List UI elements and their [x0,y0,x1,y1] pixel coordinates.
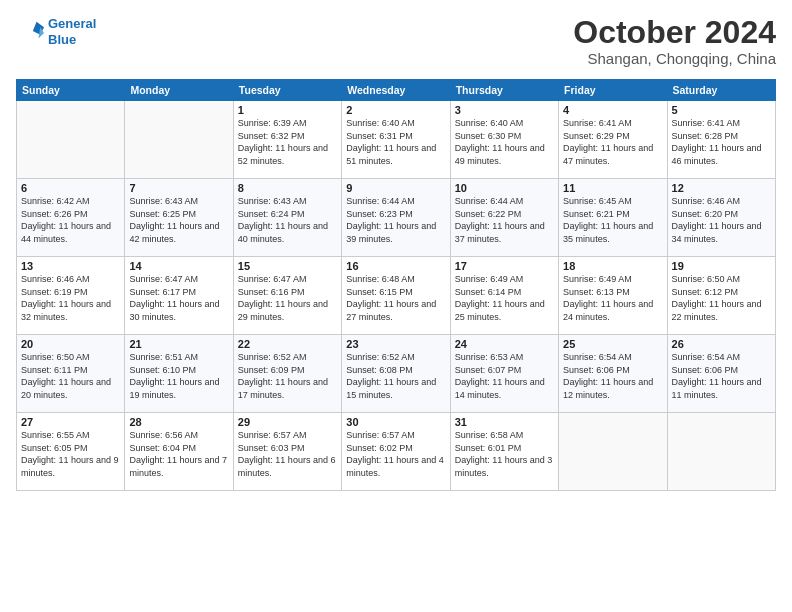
calendar-cell: 26Sunrise: 6:54 AMSunset: 6:06 PMDayligh… [667,335,775,413]
day-number: 23 [346,338,445,350]
calendar-cell: 14Sunrise: 6:47 AMSunset: 6:17 PMDayligh… [125,257,233,335]
day-number: 20 [21,338,120,350]
day-number: 31 [455,416,554,428]
day-info: Sunrise: 6:43 AMSunset: 6:24 PMDaylight:… [238,195,337,245]
calendar-week-row: 6Sunrise: 6:42 AMSunset: 6:26 PMDaylight… [17,179,776,257]
calendar-cell: 28Sunrise: 6:56 AMSunset: 6:04 PMDayligh… [125,413,233,491]
day-info: Sunrise: 6:40 AMSunset: 6:31 PMDaylight:… [346,117,445,167]
day-info: Sunrise: 6:42 AMSunset: 6:26 PMDaylight:… [21,195,120,245]
day-info: Sunrise: 6:51 AMSunset: 6:10 PMDaylight:… [129,351,228,401]
calendar-cell: 30Sunrise: 6:57 AMSunset: 6:02 PMDayligh… [342,413,450,491]
day-info: Sunrise: 6:47 AMSunset: 6:16 PMDaylight:… [238,273,337,323]
calendar-cell: 18Sunrise: 6:49 AMSunset: 6:13 PMDayligh… [559,257,667,335]
day-number: 13 [21,260,120,272]
calendar-cell: 31Sunrise: 6:58 AMSunset: 6:01 PMDayligh… [450,413,558,491]
calendar-table: SundayMondayTuesdayWednesdayThursdayFrid… [16,79,776,491]
day-number: 3 [455,104,554,116]
day-info: Sunrise: 6:46 AMSunset: 6:19 PMDaylight:… [21,273,120,323]
day-number: 1 [238,104,337,116]
weekday-header: Tuesday [233,80,341,101]
calendar-cell: 29Sunrise: 6:57 AMSunset: 6:03 PMDayligh… [233,413,341,491]
day-number: 16 [346,260,445,272]
calendar-cell: 8Sunrise: 6:43 AMSunset: 6:24 PMDaylight… [233,179,341,257]
day-info: Sunrise: 6:58 AMSunset: 6:01 PMDaylight:… [455,429,554,479]
logo-icon [16,18,44,46]
calendar-cell: 24Sunrise: 6:53 AMSunset: 6:07 PMDayligh… [450,335,558,413]
day-info: Sunrise: 6:53 AMSunset: 6:07 PMDaylight:… [455,351,554,401]
calendar-cell: 13Sunrise: 6:46 AMSunset: 6:19 PMDayligh… [17,257,125,335]
day-info: Sunrise: 6:54 AMSunset: 6:06 PMDaylight:… [563,351,662,401]
calendar-cell: 27Sunrise: 6:55 AMSunset: 6:05 PMDayligh… [17,413,125,491]
day-info: Sunrise: 6:52 AMSunset: 6:09 PMDaylight:… [238,351,337,401]
day-info: Sunrise: 6:39 AMSunset: 6:32 PMDaylight:… [238,117,337,167]
calendar-cell: 2Sunrise: 6:40 AMSunset: 6:31 PMDaylight… [342,101,450,179]
calendar-cell: 3Sunrise: 6:40 AMSunset: 6:30 PMDaylight… [450,101,558,179]
calendar-cell: 6Sunrise: 6:42 AMSunset: 6:26 PMDaylight… [17,179,125,257]
calendar-cell: 25Sunrise: 6:54 AMSunset: 6:06 PMDayligh… [559,335,667,413]
day-number: 12 [672,182,771,194]
day-info: Sunrise: 6:45 AMSunset: 6:21 PMDaylight:… [563,195,662,245]
weekday-header: Sunday [17,80,125,101]
logo-text: General Blue [48,16,96,47]
calendar-cell: 20Sunrise: 6:50 AMSunset: 6:11 PMDayligh… [17,335,125,413]
day-number: 7 [129,182,228,194]
day-number: 15 [238,260,337,272]
day-info: Sunrise: 6:40 AMSunset: 6:30 PMDaylight:… [455,117,554,167]
day-info: Sunrise: 6:46 AMSunset: 6:20 PMDaylight:… [672,195,771,245]
day-info: Sunrise: 6:44 AMSunset: 6:22 PMDaylight:… [455,195,554,245]
calendar-cell: 16Sunrise: 6:48 AMSunset: 6:15 PMDayligh… [342,257,450,335]
day-number: 30 [346,416,445,428]
day-info: Sunrise: 6:52 AMSunset: 6:08 PMDaylight:… [346,351,445,401]
calendar-cell [125,101,233,179]
calendar-cell: 10Sunrise: 6:44 AMSunset: 6:22 PMDayligh… [450,179,558,257]
month-title: October 2024 [573,16,776,48]
location: Shangan, Chongqing, China [573,50,776,67]
weekday-header: Saturday [667,80,775,101]
day-number: 8 [238,182,337,194]
calendar-cell [17,101,125,179]
calendar-cell [667,413,775,491]
day-info: Sunrise: 6:41 AMSunset: 6:29 PMDaylight:… [563,117,662,167]
logo-line1: General [48,16,96,31]
calendar-week-row: 1Sunrise: 6:39 AMSunset: 6:32 PMDaylight… [17,101,776,179]
day-number: 18 [563,260,662,272]
calendar-week-row: 13Sunrise: 6:46 AMSunset: 6:19 PMDayligh… [17,257,776,335]
day-number: 4 [563,104,662,116]
day-number: 19 [672,260,771,272]
calendar-week-row: 27Sunrise: 6:55 AMSunset: 6:05 PMDayligh… [17,413,776,491]
day-info: Sunrise: 6:55 AMSunset: 6:05 PMDaylight:… [21,429,120,479]
calendar-cell [559,413,667,491]
day-number: 27 [21,416,120,428]
day-info: Sunrise: 6:57 AMSunset: 6:02 PMDaylight:… [346,429,445,479]
day-number: 26 [672,338,771,350]
day-number: 17 [455,260,554,272]
calendar-week-row: 20Sunrise: 6:50 AMSunset: 6:11 PMDayligh… [17,335,776,413]
day-info: Sunrise: 6:43 AMSunset: 6:25 PMDaylight:… [129,195,228,245]
day-number: 6 [21,182,120,194]
calendar-cell: 17Sunrise: 6:49 AMSunset: 6:14 PMDayligh… [450,257,558,335]
day-number: 22 [238,338,337,350]
day-info: Sunrise: 6:49 AMSunset: 6:13 PMDaylight:… [563,273,662,323]
day-number: 2 [346,104,445,116]
day-number: 24 [455,338,554,350]
day-number: 11 [563,182,662,194]
calendar-header-row: SundayMondayTuesdayWednesdayThursdayFrid… [17,80,776,101]
day-number: 9 [346,182,445,194]
calendar-cell: 4Sunrise: 6:41 AMSunset: 6:29 PMDaylight… [559,101,667,179]
calendar-cell: 1Sunrise: 6:39 AMSunset: 6:32 PMDaylight… [233,101,341,179]
day-number: 29 [238,416,337,428]
weekday-header: Friday [559,80,667,101]
calendar-cell: 5Sunrise: 6:41 AMSunset: 6:28 PMDaylight… [667,101,775,179]
calendar-cell: 9Sunrise: 6:44 AMSunset: 6:23 PMDaylight… [342,179,450,257]
logo-line2: Blue [48,32,76,47]
day-number: 14 [129,260,228,272]
day-info: Sunrise: 6:54 AMSunset: 6:06 PMDaylight:… [672,351,771,401]
day-info: Sunrise: 6:57 AMSunset: 6:03 PMDaylight:… [238,429,337,479]
day-number: 21 [129,338,228,350]
calendar-cell: 11Sunrise: 6:45 AMSunset: 6:21 PMDayligh… [559,179,667,257]
logo: General Blue [16,16,96,47]
title-block: October 2024 Shangan, Chongqing, China [573,16,776,67]
calendar-cell: 23Sunrise: 6:52 AMSunset: 6:08 PMDayligh… [342,335,450,413]
calendar-cell: 12Sunrise: 6:46 AMSunset: 6:20 PMDayligh… [667,179,775,257]
calendar-cell: 15Sunrise: 6:47 AMSunset: 6:16 PMDayligh… [233,257,341,335]
